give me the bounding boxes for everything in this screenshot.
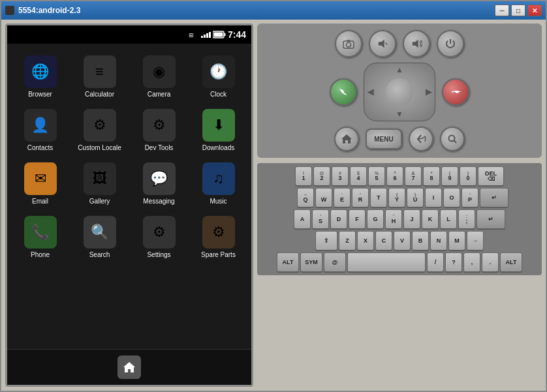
key-E[interactable]: ´E (334, 188, 351, 207)
power-button[interactable] (437, 30, 464, 57)
key-2[interactable]: @2 (313, 166, 330, 186)
key-shift[interactable]: ⇧ (315, 231, 337, 250)
app-item-downloads[interactable]: ⬇Downloads (189, 104, 248, 157)
app-item-calculator[interactable]: ≡Calculator (70, 50, 129, 104)
app-label-calculator: Calculator (85, 91, 114, 98)
volume-down-button[interactable] (369, 30, 396, 57)
media-controls-row (264, 30, 535, 57)
key-T[interactable]: T (370, 188, 387, 207)
key-0[interactable]: )0 (460, 166, 477, 186)
app-icon-gallery: 🖼 (84, 162, 116, 195)
dpad-center[interactable] (386, 78, 413, 106)
app-item-phone[interactable]: 📞Phone (10, 211, 70, 264)
app-item-clock[interactable]: 🕐Clock (189, 50, 248, 104)
key-R[interactable]: ’R (352, 188, 369, 207)
minimize-button[interactable]: ─ (495, 5, 509, 16)
app-item-music[interactable]: ♫Music (189, 157, 248, 211)
key-U[interactable]: }U (407, 188, 424, 207)
key-K[interactable]: K (422, 209, 439, 229)
volume-up-button[interactable] (403, 30, 430, 57)
key-3[interactable]: #3 (332, 166, 349, 186)
call-button[interactable] (330, 78, 357, 106)
key-G[interactable]: G (367, 209, 384, 229)
dpad-up[interactable]: ▲ (396, 65, 403, 74)
key-x[interactable]: . (482, 252, 499, 272)
key-4[interactable]: $4 (350, 166, 367, 186)
key-H[interactable]: ’H (385, 209, 402, 229)
menu-button[interactable]: MENU (366, 128, 402, 149)
end-call-button[interactable] (442, 78, 469, 106)
key-@[interactable]: @ (324, 252, 346, 272)
key-alt-right[interactable]: ALT (500, 252, 522, 272)
app-label-contacts: Contacts (27, 144, 53, 152)
key-L[interactable]: L (440, 209, 457, 229)
key-P[interactable]: ’P (461, 188, 478, 207)
svg-marker-4 (123, 362, 135, 372)
key-Z[interactable]: Z (339, 231, 356, 250)
key-D[interactable]: D (330, 209, 347, 229)
home-button[interactable] (117, 355, 141, 379)
key-x[interactable]: , (463, 252, 480, 272)
kb-row-numbers: !1@2#3$4%5^6&7*8(9)0DEL⌫ (260, 166, 539, 186)
dpad-left[interactable]: ◀ (367, 87, 373, 97)
key-space[interactable] (347, 252, 426, 272)
key-9[interactable]: (9 (441, 166, 458, 186)
key-x[interactable]: ? (445, 252, 462, 272)
key-8[interactable]: *8 (423, 166, 440, 186)
app-item-custom-locale[interactable]: ⚙Custom Locale (70, 104, 129, 157)
key-arrow[interactable]: → (467, 231, 484, 250)
home-bar (7, 349, 251, 385)
app-item-dev-tools[interactable]: ⚙Dev Tools (129, 104, 189, 157)
app-item-contacts[interactable]: 👤Contacts (10, 104, 70, 157)
key-del[interactable]: DEL⌫ (478, 166, 504, 186)
key-7[interactable]: &7 (405, 166, 422, 186)
back-button[interactable] (409, 127, 433, 151)
key-Q[interactable]: ~Q (297, 188, 314, 207)
home-ctrl-button[interactable] (334, 127, 359, 151)
key-C[interactable]: C (375, 231, 392, 250)
key-colon[interactable]: :; (458, 209, 475, 229)
key-W[interactable]: _W (315, 188, 332, 207)
dpad-right[interactable]: ▶ (426, 87, 431, 97)
app-item-spare-parts[interactable]: ⚙Spare Parts (189, 211, 248, 264)
key-X[interactable]: X (357, 231, 374, 250)
key-x[interactable]: / (427, 252, 444, 272)
key-enter[interactable]: ↵ (480, 188, 508, 207)
key-B[interactable]: B (412, 231, 429, 250)
dpad[interactable]: ▲ ▼ ◀ ▶ (364, 63, 435, 121)
app-item-camera[interactable]: ◉Camera (129, 50, 189, 104)
app-item-settings[interactable]: ⚙Settings (129, 211, 189, 264)
key-M[interactable]: M (448, 231, 465, 250)
key-J[interactable]: J (403, 209, 420, 229)
search-ctrl-button[interactable] (440, 127, 465, 151)
app-label-email: Email (32, 198, 48, 205)
key-S[interactable]: ’S (312, 209, 329, 229)
app-icon-contacts: 👤 (24, 109, 57, 142)
key-V[interactable]: V (394, 231, 411, 250)
key-A[interactable]: A (294, 209, 311, 229)
camera-button[interactable] (335, 30, 362, 57)
app-item-email[interactable]: ✉Email (10, 157, 70, 211)
close-button[interactable]: ✕ (527, 5, 542, 16)
key-F[interactable]: F (349, 209, 366, 229)
key-Y[interactable]: {Y (388, 188, 405, 207)
key-sym[interactable]: SYM (300, 252, 322, 272)
kb-row-asdf: A’SDFG’HJKL:;↵ (260, 209, 539, 229)
key-5[interactable]: %5 (368, 166, 385, 186)
key-alt[interactable]: ALT (277, 252, 299, 272)
app-icon-settings: ⚙ (143, 216, 176, 249)
app-item-gallery[interactable]: 🖼Gallery (70, 157, 129, 211)
key-1[interactable]: !1 (295, 166, 312, 186)
app-icon-email: ✉ (24, 162, 57, 195)
restore-button[interactable]: □ (511, 5, 525, 16)
app-item-browser[interactable]: 🌐Browser (10, 50, 70, 104)
app-icon-calculator: ≡ (84, 55, 116, 88)
key-6[interactable]: ^6 (386, 166, 403, 186)
app-item-search[interactable]: 🔍Search (70, 211, 129, 264)
key-I[interactable]: I (425, 188, 442, 207)
key-O[interactable]: O (443, 188, 460, 207)
dpad-down[interactable]: ▼ (396, 110, 403, 119)
key-N[interactable]: N (430, 231, 447, 250)
key-enter2[interactable]: ↵ (477, 209, 505, 229)
app-item-messaging[interactable]: 💬Messaging (129, 157, 189, 211)
